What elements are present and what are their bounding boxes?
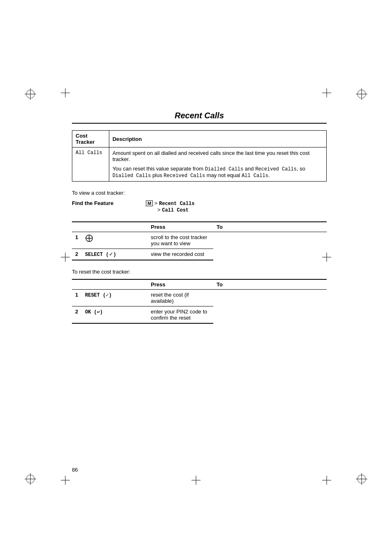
reset-steps-table: Press To 1 RESET (✓) reset the cost (if … [72,279,327,324]
step-to-2: view the recorded cost [148,249,213,260]
view-steps-table: Press To 1 scroll to the cost tracker yo… [72,221,327,260]
view-step-1: 1 scroll to the cost tracker you want to… [72,232,327,249]
reg-mark-bot-right-inner [322,476,331,486]
page-number: 86 [72,467,78,473]
step-press-1 [82,232,148,249]
reset-intro: To reset the cost tracker: [72,269,327,275]
reg-mark-top-left-inner [61,88,70,99]
reg-mark-bot-left-inner [61,476,70,486]
press-col-header-reset: Press [148,279,213,290]
description-para-1: Amount spent on all dialled and received… [113,150,323,162]
page: Recent Calls Cost Tracker Description Al… [0,0,392,555]
step-num-1: 1 [72,232,82,249]
page-title: Recent Calls [72,111,327,124]
nav-instruction: M > Recent Calls > Call Cost [146,200,194,213]
col-header-description: Description [109,131,326,147]
find-feature-section: Find the Feature M > Recent Calls > Call… [72,200,327,213]
to-col-header-reset: To [213,279,327,290]
cost-tracker-value: All Calls [76,150,102,156]
description-para-2: You can reset this value separate from D… [113,166,323,179]
reg-mark-bot-center [191,476,201,486]
reg-mark-bot-left-outer [25,473,36,486]
reg-mark-top-left-outer [25,88,36,101]
reset-step-1: 1 RESET (✓) reset the cost (if available… [72,290,327,306]
view-step-2: 2 SELECT (✓) view the recorded cost [72,249,327,260]
reset-step-2: 2 OK (↩) enter your PIN2 code to confirm… [72,306,327,324]
press-col-header-view: Press [148,222,213,232]
step-press-2: SELECT (✓) [82,249,148,260]
step-num-2: 2 [72,249,82,260]
reset-step-press-2: OK (↩) [82,306,148,324]
press-header-view [72,222,148,232]
table-row: All Calls Amount spent on all dialled an… [72,147,327,182]
reg-mark-top-right-outer [356,88,367,101]
reset-step-num-2: 2 [72,306,82,324]
main-content: Recent Calls Cost Tracker Description Al… [72,111,327,332]
to-col-header-view: To [213,222,327,232]
nav-line-1: M > Recent Calls [146,200,194,207]
cost-tracker-cell: All Calls [72,147,109,182]
reg-mark-top-right-inner [322,88,331,99]
reset-step-press-1: RESET (✓) [82,290,148,306]
cost-tracker-table: Cost Tracker Description All Calls Amoun… [72,130,327,182]
step-to-1: scroll to the cost tracker you want to v… [148,232,213,249]
view-intro: To view a cost tracker: [72,190,327,196]
reset-step-to-1: reset the cost (if available) [148,290,213,306]
nav-line-2: > Call Cost [146,207,194,213]
find-feature-label: Find the Feature [72,200,146,206]
press-header-reset [72,279,148,290]
col-header-cost-tracker: Cost Tracker [72,131,109,147]
reset-step-num-1: 1 [72,290,82,306]
reg-mark-mid-left [61,253,70,263]
find-feature-row: Find the Feature M > Recent Calls > Call… [72,200,327,213]
reg-mark-bot-right-outer [356,473,367,486]
description-cell: Amount spent on all dialled and received… [109,147,326,182]
reset-step-to-2: enter your PIN2 code to confirm the rese… [148,306,213,324]
